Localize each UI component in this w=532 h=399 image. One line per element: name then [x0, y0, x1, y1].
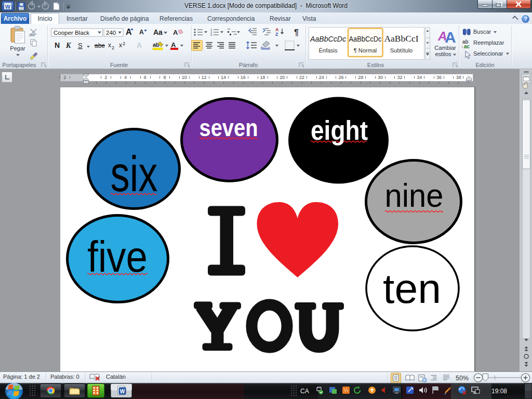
svg-text:A: A [139, 29, 144, 36]
svg-text:W: W [5, 4, 11, 10]
svg-text:19:08: 19:08 [491, 388, 507, 395]
svg-text:A: A [137, 41, 142, 49]
svg-text:50%: 50% [456, 375, 469, 382]
svg-text:K: K [65, 42, 72, 49]
svg-text:ten: ten [383, 265, 441, 312]
svg-text:2: 2 [123, 41, 125, 46]
svg-text:Portapapeles: Portapapeles [3, 62, 36, 68]
svg-text:Énfasis: Énfasis [318, 47, 338, 54]
svg-text:Reemplazar: Reemplazar [473, 39, 504, 46]
svg-text:W: W [120, 389, 125, 394]
svg-text:¶: ¶ [294, 28, 299, 37]
svg-text:2: 2 [112, 45, 114, 50]
svg-text:AaBbCcDc: AaBbCcDc [310, 35, 346, 43]
svg-text:A: A [171, 41, 176, 49]
svg-text:S: S [78, 42, 83, 49]
svg-text:3: 3 [210, 33, 212, 36]
svg-text:¶ Normal: ¶ Normal [354, 47, 377, 54]
svg-text:Z: Z [275, 32, 278, 37]
svg-text:ac: ac [464, 44, 470, 49]
svg-text:Pegar: Pegar [10, 45, 25, 51]
svg-text:Seleccionar: Seleccionar [473, 50, 503, 57]
svg-text:Cambiar: Cambiar [434, 45, 456, 51]
svg-text:CA: CA [300, 388, 309, 395]
svg-text:estilos: estilos [435, 51, 451, 57]
svg-text:nine: nine [385, 177, 444, 214]
svg-text:ab: ab [153, 42, 159, 48]
svg-text:AaBbCcI: AaBbCcI [384, 34, 419, 43]
svg-text:Buscar: Buscar [473, 29, 491, 35]
svg-text:eight: eight [311, 116, 368, 145]
svg-text:A: A [126, 28, 132, 36]
svg-text:seven: seven [200, 114, 258, 141]
svg-text:Párrafo: Párrafo [239, 62, 258, 68]
svg-text:Aa: Aa [153, 28, 163, 36]
svg-text:Fuente: Fuente [110, 62, 128, 68]
svg-text:240: 240 [106, 30, 116, 36]
svg-text:x: x [108, 42, 111, 49]
svg-text:Cooper Black: Cooper Black [54, 30, 89, 36]
svg-text:six: six [111, 146, 158, 202]
svg-text:A: A [445, 29, 456, 46]
svg-text:Subtítulo: Subtítulo [390, 47, 413, 54]
svg-text:x: x [119, 42, 122, 49]
svg-text:A: A [173, 29, 178, 36]
svg-text:Estilos: Estilos [367, 62, 384, 68]
svg-text:Edición: Edición [475, 62, 494, 68]
svg-text:N: N [55, 41, 60, 49]
svg-text:AaBbCcDc: AaBbCcDc [349, 35, 382, 43]
